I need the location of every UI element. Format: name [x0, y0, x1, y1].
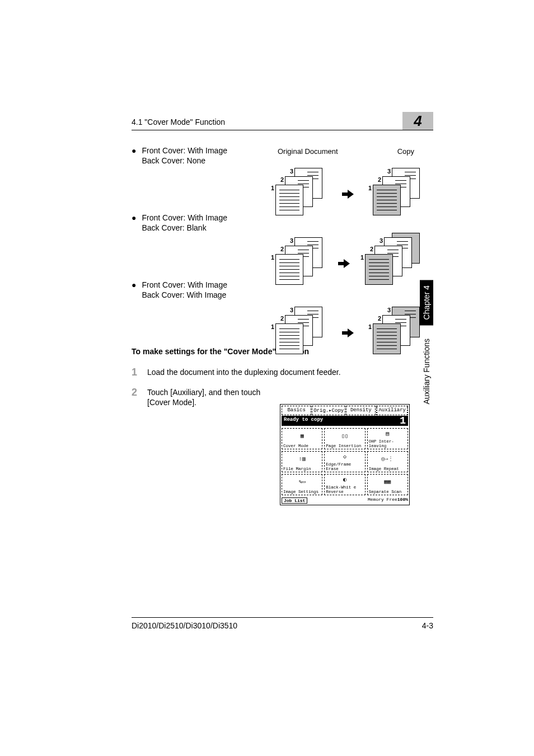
- arrow-icon: [342, 190, 354, 199]
- page-num: 2: [378, 176, 381, 183]
- aux-label: Cover Mode: [283, 444, 321, 448]
- aux-cover-mode-button[interactable]: ▦Cover Mode: [282, 428, 322, 449]
- page-num: 2: [280, 246, 284, 252]
- aux-file-margin-button[interactable]: ↕▥File Margin: [282, 451, 322, 472]
- bullet-line: Back Cover: With Image: [142, 290, 227, 300]
- cover-mode-icon: ▦: [283, 429, 321, 444]
- copy-stack: 3 2 1: [373, 307, 421, 360]
- bullet-line: Front Cover: With Image: [142, 213, 227, 223]
- bullet-icon: ●: [132, 280, 136, 289]
- page-insertion-icon: ▯▯: [326, 429, 363, 444]
- step-number: 2: [132, 387, 139, 397]
- copy-stack: 3 2 1: [373, 168, 421, 221]
- side-tab-chapter: Chapter 4: [420, 280, 433, 325]
- aux-label: Separate Scan: [369, 490, 406, 494]
- tab-basics[interactable]: Basics: [282, 406, 311, 415]
- aux-edge-erase-button[interactable]: ◇Edge/Frame Erase: [324, 451, 365, 472]
- fig-header-right: Copy: [397, 147, 414, 156]
- aux-label: Page Insertion: [326, 444, 363, 448]
- page-num: 1: [271, 185, 274, 191]
- mem-label: Memory Free: [368, 497, 397, 502]
- copier-ui-screenshot: Basics Orig.▸Copy Density Auxiliary Read…: [280, 404, 410, 505]
- page-num: 2: [378, 315, 381, 322]
- procedure-step: 1 Load the document into the duplexing d…: [132, 367, 411, 377]
- aux-label: Black-Whit e Reverse: [326, 485, 363, 494]
- original-stack: 3 2 1: [275, 237, 324, 290]
- bullet-line: Back Cover: Blank: [142, 223, 227, 233]
- figures-column: Original Document Copy 3 2 1 3 2 1: [275, 147, 421, 366]
- page-num: 1: [368, 185, 372, 191]
- arrow-icon: [338, 259, 350, 268]
- aux-separate-scan-button[interactable]: ▦▦Separate Scan: [367, 474, 408, 495]
- step-text: Touch [Auxiliary], and then touch [Cover…: [147, 387, 276, 407]
- aux-image-settings-button[interactable]: ✎▭Image Settings: [282, 474, 322, 495]
- copies-count: 1: [400, 417, 406, 425]
- copy-stack: 3 2 1: [365, 237, 421, 290]
- page-num: 1: [271, 254, 274, 261]
- figure-row: 3 2 1 3 2 1: [275, 231, 421, 297]
- original-stack: 3 2 1: [275, 307, 324, 360]
- file-margin-icon: ↕▥: [283, 452, 321, 467]
- bullet-line: Front Cover: With Image: [142, 280, 227, 290]
- aux-label: File Margin: [283, 467, 321, 471]
- status-text: Ready to copy: [284, 417, 323, 425]
- edge-erase-icon: ◇: [326, 452, 363, 462]
- aux-ohp-interleaving-button[interactable]: ▤OHP Inter-leaving: [367, 428, 408, 449]
- bullet-line: Front Cover: With Image: [142, 145, 227, 156]
- chapter-badge: 4: [402, 112, 433, 130]
- page-num: 3: [290, 168, 293, 175]
- footer-model: Di2010/Di2510/Di3010/Di3510: [132, 621, 237, 630]
- aux-bw-reverse-button[interactable]: ◐Black-Whit e Reverse: [324, 474, 365, 495]
- header-rule: [132, 130, 433, 130]
- mem-value: 100%: [397, 497, 408, 502]
- bullet-icon: ●: [132, 213, 136, 222]
- side-tab-section: Auxiliary Functions: [420, 333, 433, 410]
- page-num: 2: [370, 246, 373, 252]
- separate-scan-icon: ▦▦: [369, 475, 406, 490]
- page-num: 3: [387, 168, 391, 175]
- figure-row: 3 2 1 3 2 1: [275, 161, 421, 227]
- image-repeat-icon: ◎→⋮: [369, 452, 406, 467]
- page-num: 3: [380, 237, 383, 244]
- aux-image-repeat-button[interactable]: ◎→⋮Image Repeat: [367, 451, 408, 472]
- page-num: 1: [271, 323, 274, 330]
- page-footer: Di2010/Di2510/Di3010/Di3510 4-3: [132, 617, 433, 630]
- aux-label: OHP Inter-leaving: [369, 439, 406, 448]
- fig-header-left: Original Document: [278, 147, 338, 156]
- page-num: 3: [290, 307, 293, 313]
- page-num: 2: [280, 176, 284, 183]
- running-head: 4.1 "Cover Mode" Function: [132, 118, 225, 126]
- side-tabs: Chapter 4 Auxiliary Functions: [420, 280, 433, 410]
- page-num: 3: [290, 237, 293, 244]
- bullet-line: Back Cover: None: [142, 156, 227, 166]
- figure-row: 3 2 1 3 2 1: [275, 300, 421, 366]
- aux-label: Edge/Frame Erase: [326, 462, 363, 471]
- page-num: 1: [360, 254, 364, 261]
- tab-density[interactable]: Density: [346, 406, 376, 415]
- bullet-icon: ●: [132, 146, 136, 155]
- step-text: Load the document into the duplexing doc…: [147, 367, 341, 377]
- aux-page-insertion-button[interactable]: ▯▯Page Insertion: [324, 428, 365, 449]
- ohp-icon: ▤: [369, 429, 406, 439]
- aux-label: Image Repeat: [369, 467, 406, 471]
- page-num: 3: [387, 307, 391, 313]
- original-stack: 3 2 1: [275, 168, 324, 221]
- job-list-button[interactable]: Job List: [282, 497, 307, 504]
- tab-orig-copy[interactable]: Orig.▸Copy: [312, 406, 345, 415]
- aux-label: Image Settings: [283, 490, 321, 494]
- memory-free: Memory Free100%: [368, 497, 408, 504]
- footer-page-number: 4-3: [422, 621, 433, 630]
- page-num: 1: [368, 323, 372, 330]
- tab-auxiliary[interactable]: Auxiliary: [376, 406, 408, 415]
- arrow-icon: [342, 328, 354, 337]
- bw-reverse-icon: ◐: [326, 475, 363, 485]
- image-settings-icon: ✎▭: [283, 475, 321, 490]
- page-num: 2: [280, 315, 284, 322]
- step-number: 1: [132, 367, 139, 377]
